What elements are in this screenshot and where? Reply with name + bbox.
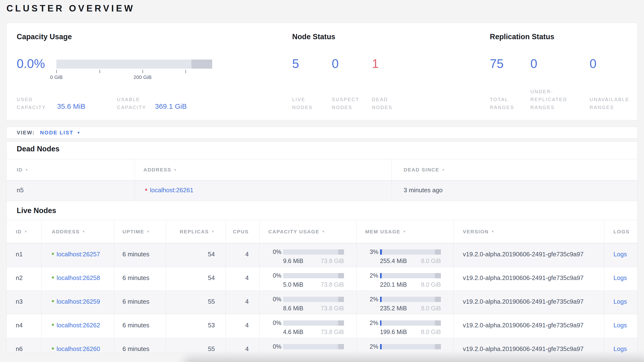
column-header-version[interactable]: VERSION▼	[454, 220, 604, 243]
capacity-usage-cell: 0% 4.6 MiB 73.8 GiB	[260, 314, 356, 338]
mem-bar-tail	[435, 320, 441, 326]
node-cpus: 4	[226, 338, 260, 353]
logs-cell: Logs	[604, 267, 638, 290]
mem-used-value: 225.5 MiB	[380, 352, 407, 353]
node-replicas: 55	[166, 338, 226, 353]
logs-link[interactable]: Logs	[614, 322, 627, 329]
live-node-row: n2 localhost:26258 6 minutes 54 4 0% 5.0…	[7, 267, 638, 290]
sort-desc-icon: ▼	[25, 168, 29, 172]
node-address-link[interactable]: localhost:26260	[56, 345, 100, 353]
caret-down-icon: ▼	[77, 130, 80, 135]
view-dropdown[interactable]: NODE LIST ▼	[40, 130, 80, 136]
under-replicated-label: UNDER- REPLICATED RANGES	[530, 88, 567, 111]
node-cpus: 4	[226, 314, 260, 338]
column-header-replicas[interactable]: REPLICAS▼	[166, 220, 226, 243]
capacity-usage-cell: 0% 8.6 MiB 73.8 GiB	[260, 291, 356, 314]
node-address-link[interactable]: localhost:26262	[56, 322, 100, 329]
logs-cell: Logs	[604, 314, 638, 338]
node-version: v19.2.0-alpha.20190606-2491-gfe735c9a97	[454, 291, 604, 314]
mem-usage-cell: 2% 220.1 MiB 8.0 GiB	[356, 267, 454, 290]
capacity-usage-title: Capacity Usage	[17, 33, 72, 41]
sort-desc-icon: ▼	[491, 230, 495, 233]
mem-usage-cell: 2% 225.5 MiB 8.0 GiB	[356, 338, 454, 353]
mem-bar-fill	[380, 273, 382, 278]
capacity-bar-tail	[338, 273, 344, 278]
column-header-logs[interactable]: LOGS	[604, 220, 638, 243]
suspect-nodes-label: SUSPECT NODES	[332, 96, 359, 111]
column-header-address[interactable]: ADDRESS▼	[135, 159, 392, 180]
capacity-percent-label: 0%	[268, 343, 282, 350]
live-status-dot-icon	[52, 347, 54, 349]
mem-usage-cell: 3% 255.4 MiB 8.0 GiB	[356, 243, 454, 267]
node-replicas: 54	[166, 243, 226, 267]
node-status-title: Node Status	[292, 33, 335, 41]
node-id: n5	[7, 181, 135, 201]
node-id: n3	[7, 291, 42, 314]
usable-capacity-value: 369.1 GiB	[155, 102, 187, 110]
column-header-cpus[interactable]: CPUS	[226, 220, 260, 243]
node-address-link[interactable]: localhost:26257	[56, 251, 100, 258]
mem-percent-label: 3%	[365, 248, 378, 255]
axis-tick-label: 200 GiB	[134, 74, 152, 80]
capacity-total-value: 73.8 GiB	[321, 305, 344, 312]
node-address-link[interactable]: localhost:26258	[56, 274, 100, 282]
dead-nodes-count: 1	[372, 56, 379, 71]
column-header-id[interactable]: ID▼	[7, 159, 135, 180]
mem-bar-fill	[380, 297, 382, 302]
node-list-panel: Dead Nodes ID▼ ADDRESS▼ DEAD SINCE▼ n5 l…	[6, 141, 638, 353]
sort-desc-icon: ▼	[146, 230, 150, 233]
capacity-bar-tail	[338, 249, 344, 255]
capacity-usage-cell: 0% 5.0 MiB 73.8 GiB	[260, 267, 356, 290]
axis-tick	[186, 70, 186, 73]
live-node-row: n6 localhost:26260 6 minutes 55 4 0% 7.8…	[7, 338, 638, 353]
logs-link[interactable]: Logs	[614, 298, 627, 305]
mem-total-value: 8.0 GiB	[421, 258, 441, 264]
mem-percent-label: 2%	[365, 343, 378, 350]
view-selector-bar: VIEW: NODE LIST ▼	[6, 127, 638, 138]
node-address-link[interactable]: localhost:26261	[150, 187, 193, 194]
column-header-id[interactable]: ID▼	[7, 220, 42, 243]
live-node-row: n3 localhost:26259 6 minutes 55 4 0% 8.6…	[7, 290, 638, 314]
mem-bar	[380, 344, 441, 349]
node-address-link[interactable]: localhost:26259	[56, 298, 100, 305]
node-replicas: 54	[166, 267, 226, 290]
node-uptime: 6 minutes	[114, 291, 166, 314]
capacity-bar	[283, 344, 344, 349]
node-cpus: 4	[226, 267, 260, 290]
node-address-cell: localhost:26261	[135, 181, 392, 201]
node-version: v19.2.0-alpha.20190606-2491-gfe735c9a97	[454, 267, 604, 290]
column-header-dead-since[interactable]: DEAD SINCE▼	[392, 159, 638, 180]
logs-link[interactable]: Logs	[614, 251, 627, 258]
logs-link[interactable]: Logs	[614, 345, 627, 353]
column-header-capacity-usage[interactable]: CAPACITY USAGE▼	[260, 220, 356, 243]
cluster-summary-panel: Capacity Usage 0.0% 0 GiB 200 GiB USED C…	[6, 23, 638, 120]
live-status-dot-icon	[52, 324, 54, 326]
logs-link[interactable]: Logs	[614, 274, 627, 282]
column-header-mem-usage[interactable]: MEM USAGE▼	[356, 220, 454, 243]
capacity-used-value: 8.6 MiB	[283, 305, 304, 312]
bottom-window-shadow	[184, 357, 644, 362]
node-id: n2	[7, 267, 42, 290]
mem-usage-cell: 2% 235.2 MiB 8.0 GiB	[356, 291, 454, 314]
mem-used-value: 220.1 MiB	[380, 281, 407, 288]
capacity-bar-tail	[338, 344, 344, 349]
mem-bar	[380, 320, 441, 326]
capacity-percent-label: 0%	[268, 248, 282, 255]
mem-bar-tail	[435, 344, 441, 349]
live-status-dot-icon	[52, 253, 54, 255]
unavailable-ranges-count: 0	[590, 56, 596, 71]
logs-cell: Logs	[604, 291, 638, 314]
capacity-bar	[283, 320, 344, 326]
sort-desc-icon: ▼	[211, 230, 215, 233]
view-dropdown-value[interactable]: NODE LIST	[40, 130, 74, 136]
column-header-uptime[interactable]: UPTIME▼	[114, 220, 166, 243]
live-nodes-label: LIVE NODES	[292, 96, 313, 111]
column-header-address[interactable]: ADDRESS▼	[42, 220, 114, 243]
capacity-bar	[283, 249, 344, 255]
capacity-usage-bar: 0 GiB 200 GiB	[56, 60, 212, 69]
replication-status-title: Replication Status	[490, 33, 554, 41]
live-nodes-header-row: ID▼ ADDRESS▼ UPTIME▼ REPLICAS▼ CPUS CAPA…	[7, 220, 638, 243]
dead-nodes-label: DEAD NODES	[372, 96, 392, 111]
live-node-row: n4 localhost:26262 6 minutes 53 4 0% 4.6…	[7, 314, 638, 338]
mem-bar-tail	[435, 249, 441, 255]
